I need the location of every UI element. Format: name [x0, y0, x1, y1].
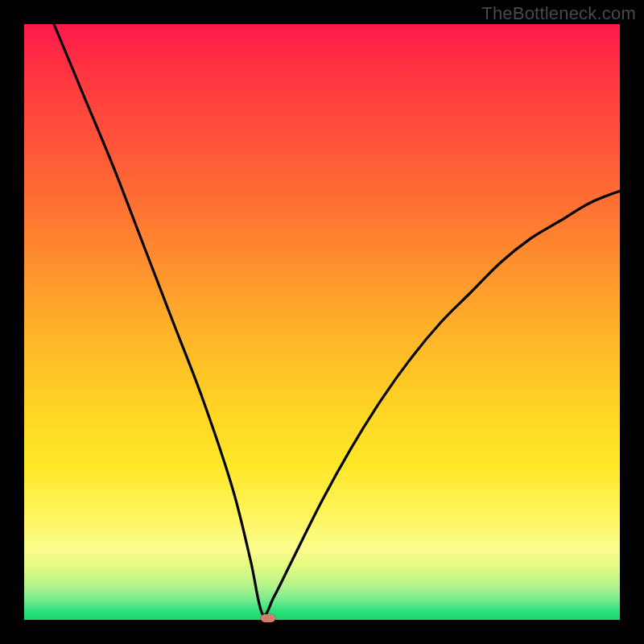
chart-frame: TheBottleneck.com: [0, 0, 644, 644]
minimum-marker: [261, 614, 275, 622]
plot-area: [24, 24, 620, 620]
bottleneck-curve: [24, 24, 620, 620]
watermark-text: TheBottleneck.com: [481, 3, 636, 24]
